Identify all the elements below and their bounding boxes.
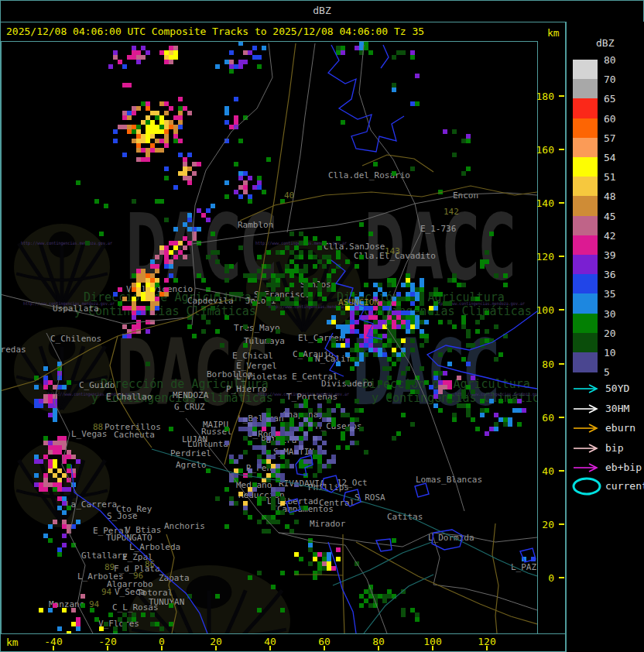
dbz-scale-block [573,216,598,236]
eburn-arrow-icon [571,419,602,438]
50YD-arrow-icon [571,379,602,398]
y-axis-tick-label: 160 [536,144,554,156]
y-axis-tick-mark [559,95,564,97]
dbz-scale-value: 80 [604,54,616,66]
y-axis-tick-mark [559,363,564,365]
legend-item-eb+bip: eb+bip [570,458,644,477]
dbz-scale-block [573,274,598,294]
x-axis-tick-mark [161,646,163,650]
dbz-scale-value: 10 [604,347,616,359]
legend-item-eburn: eburn [570,419,644,438]
y-axis-tick-label: 40 [536,465,554,477]
y-axis-tick-label: 120 [536,251,554,263]
current-ellipse-icon [571,477,602,496]
window-title: dBZ [0,0,644,22]
title-text: dBZ [313,5,331,16]
x-axis-tick-mark [269,646,271,650]
dbz-scale-block [573,255,598,275]
x-axis-tick-mark [486,646,488,650]
dbz-scale-value: 36 [604,269,616,280]
radar-map-viewport[interactable] [2,42,536,633]
dbz-scale-value: 5 [604,366,610,378]
dbz-scale-block [573,177,598,197]
y-axis-tick-label: 100 [536,304,554,316]
x-axis-tick-mark [53,646,54,650]
legend-label: current [605,480,644,492]
y-axis-tick-mark [559,256,564,257]
dbz-scale-value: 39 [604,249,616,261]
y-axis-tick-mark [559,149,564,150]
dbz-scale-block [573,60,598,80]
y-axis-tick-label: 140 [536,197,554,209]
legend-item-50YD: 50YD [570,379,644,398]
dbz-scale-block [573,333,598,353]
y-axis-unit-label: km [547,27,560,39]
y-axis-tick-label: 20 [536,519,554,530]
y-axis-tick-label: 0 [536,572,554,584]
dbz-scale-value: 51 [604,171,616,183]
legend-label: eburn [605,422,635,434]
30HM-arrow-icon [571,400,602,418]
x-axis-tick-mark [324,646,325,650]
legend-label: eb+bip [605,462,642,473]
dbz-scale-value: 57 [604,132,616,144]
header-status-text: 2025/12/08 04:06:00 UTC Composite Tracks… [6,22,424,40]
x-axis-tick-mark [378,646,379,650]
legend-item-bip: bip [570,439,644,458]
dbz-scale-value: 30 [604,308,616,320]
legend-item-30HM: 30HM [570,400,644,418]
y-axis-tick-mark [559,417,564,418]
dbz-scale-value: 45 [604,211,616,222]
dbz-scale-value: 54 [604,152,616,163]
x-axis-tick-mark [215,646,217,650]
dbz-scale-value: 70 [604,74,616,85]
legend-label: bip [605,442,623,454]
dbz-scale-block [573,352,598,372]
y-axis-tick-mark [559,202,564,204]
dbz-scale-value: 48 [604,190,616,202]
y-axis-tick-label: 180 [536,91,554,102]
dbz-scale-value: 20 [604,328,616,339]
dbz-scale-block [573,157,598,177]
y-axis-tick-label: 60 [536,412,554,424]
dbz-scale-block [573,98,598,118]
range-axis-horizontal: km -40-20020406080100120 [0,633,565,652]
y-axis-tick-mark [559,577,564,578]
x-axis-unit-label: km [6,637,19,648]
x-axis-tick-mark [107,646,108,650]
dbz-scale-value: 60 [604,113,616,125]
dbz-scale-block [573,79,598,99]
dbz-scale-value: 42 [604,230,616,242]
bip-arrow-icon [571,439,602,458]
legend-label: 50YD [605,383,629,394]
dbz-scale-value: 35 [604,288,616,300]
y-axis-tick-mark [559,470,564,472]
side-panel: dBZ 807065605754514845423936353020105 50… [567,22,644,652]
y-axis-tick-mark [559,523,564,525]
dbz-scale-block [573,235,598,256]
y-axis-tick-label: 80 [536,359,554,370]
dbz-scale-block [573,196,598,216]
x-axis-tick-mark [432,646,433,650]
legend-item-current: current [570,477,644,496]
dbz-scale-block [573,314,598,334]
legend-label: 30HM [605,403,629,414]
dbz-scale-title: dBZ [596,37,614,49]
dbz-scale-block [573,118,598,139]
y-axis-tick-mark [559,309,564,311]
dbz-scale-block [573,138,598,158]
dbz-scale-block [573,293,598,314]
dbz-scale-value: 65 [604,93,616,105]
eb+bip-arrow-icon [571,458,602,477]
range-axis-vertical: km 180160140120100806040200 [537,22,565,635]
